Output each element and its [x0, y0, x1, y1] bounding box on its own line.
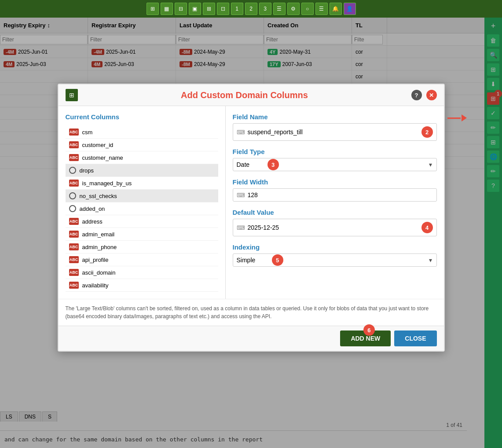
default-value-section: Default Value ⌨ 4 [233, 209, 437, 236]
column-name-added-on: added_on [80, 206, 105, 212]
toolbar-icon-5[interactable]: ⊞ [203, 3, 215, 15]
toolbar-icon-12[interactable]: ○ [301, 3, 314, 15]
modal-overlay: ⊞ Add Custom Domain Columns ? ✕ Current … [0, 18, 502, 448]
modal-help-button[interactable]: ? [411, 90, 422, 100]
column-name-address: address [82, 218, 103, 225]
modal-footer: 6 ADD NEW CLOSE [59, 326, 444, 351]
column-name-drops: drops [80, 167, 94, 174]
indexing-select-wrapper: None Simple Unique ▾ 5 [233, 253, 437, 267]
field-type-section: Field Type Text Number Date Boolean Larg… [233, 148, 437, 171]
toolbar-icon-4[interactable]: ▣ [189, 3, 201, 15]
toolbar-icon-8[interactable]: 2 [245, 3, 257, 15]
indexing-section: Indexing None Simple Unique ▾ 5 [233, 243, 437, 267]
indexing-select[interactable]: None Simple Unique [237, 257, 433, 264]
toolbar-icon-9[interactable]: 3 [259, 3, 271, 15]
field-type-select-wrapper: Text Number Date Boolean Large Text/Blob… [233, 158, 437, 171]
toolbar-icon-7[interactable]: 1 [231, 3, 243, 15]
column-name-admin-phone: admin_phone [82, 244, 117, 250]
column-item-customer-name[interactable]: ABC customer_name [66, 151, 218, 164]
column-item-drops[interactable]: drops [66, 164, 218, 177]
toolbar-icon-2[interactable]: ▦ [161, 3, 173, 15]
columns-panel: Current Columns ABC csm ABC customer_id … [59, 106, 226, 299]
toolbar-icon-6[interactable]: ⊡ [217, 3, 229, 15]
abc-icon: ABC [69, 154, 79, 161]
column-name-availability: availability [82, 282, 109, 289]
arrow-container [447, 114, 467, 121]
column-item-csm[interactable]: ABC csm [66, 126, 218, 139]
keyboard-icon-2: ⌨ [237, 192, 245, 198]
field-width-input-wrapper: ⌨ [233, 188, 437, 202]
modal-close-button[interactable]: ✕ [426, 90, 437, 100]
column-list: ABC csm ABC customer_id ABC customer_nam… [66, 126, 218, 292]
column-name-admin-email: admin_email [82, 231, 115, 238]
step-badge-5: 5 [272, 254, 283, 266]
abc-icon: ABC [69, 180, 79, 187]
column-item-admin-email[interactable]: ABC admin_email [66, 228, 218, 241]
abc-icon: ABC [69, 218, 79, 225]
toolbar-icon-1[interactable]: ⊞ [147, 3, 159, 15]
toolbar-icon-10[interactable]: ☰ [273, 3, 286, 15]
column-name-ascii-domain: ascii_domain [82, 269, 116, 276]
column-item-no-ssl-checks[interactable]: no_ssl_checks [66, 190, 218, 202]
abc-icon: ABC [69, 231, 79, 238]
abc-icon: ABC [69, 269, 79, 276]
close-button[interactable]: CLOSE [394, 330, 436, 346]
column-name-is-managed-by-us: is_managed_by_us [82, 180, 132, 187]
current-columns-title: Current Columns [66, 113, 218, 121]
field-name-input-wrapper: ⌨ 2 [233, 123, 437, 141]
default-value-label: Default Value [233, 209, 437, 216]
toolbar-icon-15[interactable]: 👤 [344, 3, 356, 15]
abc-icon: ABC [69, 129, 79, 136]
column-item-customer-id[interactable]: ABC customer_id [66, 139, 218, 151]
field-type-select[interactable]: Text Number Date Boolean Large Text/Blob [237, 161, 433, 168]
search-icon-2 [69, 192, 76, 199]
modal-title: Add Custom Domain Columns [82, 90, 407, 100]
column-item-added-on[interactable]: added_on [66, 202, 218, 215]
column-item-admin-phone[interactable]: ABC admin_phone [66, 241, 218, 253]
arrow-line [447, 118, 461, 119]
field-type-label: Field Type [233, 148, 437, 155]
modal-header: ⊞ Add Custom Domain Columns ? ✕ [59, 84, 444, 106]
column-item-api-profile[interactable]: ABC api_profile [66, 253, 218, 266]
column-item-is-managed-by-us[interactable]: ABC is_managed_by_us [66, 177, 218, 190]
indexing-label: Indexing [233, 243, 437, 251]
field-width-section: Field Width ⌨ [233, 178, 437, 202]
top-toolbar: ⊞ ▦ ⊟ ▣ ⊞ ⊡ 1 2 3 ☰ ⚙ ○ ☰ 🔔 👤 [0, 0, 502, 18]
keyboard-icon-3: ⌨ [237, 224, 245, 231]
default-value-input-wrapper: ⌨ 4 [233, 219, 437, 236]
toolbar-icon-11[interactable]: ⚙ [287, 3, 300, 15]
field-name-input[interactable] [248, 129, 415, 136]
field-width-input[interactable] [248, 191, 433, 198]
column-name-csm: csm [82, 129, 93, 136]
modal-header-icon: ⊞ [66, 89, 78, 101]
toolbar-icon-13[interactable]: ☰ [315, 3, 328, 15]
column-item-availability[interactable]: ABC availability [66, 279, 218, 292]
modal-notice: The 'Large Text/Blob' columns can't be s… [59, 299, 444, 326]
abc-icon: ABC [69, 141, 79, 148]
arrow-head [462, 114, 467, 121]
keyboard-icon: ⌨ [237, 129, 245, 136]
add-new-container: 6 ADD NEW [340, 330, 391, 346]
abc-icon: ABC [69, 256, 79, 263]
step-badge-3: 3 [267, 159, 279, 170]
column-name-customer-id: customer_id [82, 142, 114, 148]
column-name-no-ssl-checks: no_ssl_checks [80, 193, 117, 199]
modal-body: Current Columns ABC csm ABC customer_id … [59, 106, 444, 299]
column-name-customer-name: customer_name [82, 154, 123, 161]
field-width-label: Field Width [233, 178, 437, 186]
step-badge-2: 2 [421, 126, 433, 138]
modal-dialog: ⊞ Add Custom Domain Columns ? ✕ Current … [58, 84, 445, 352]
field-name-section: Field Name ⌨ 2 [233, 113, 437, 141]
field-name-label: Field Name [233, 113, 437, 121]
step-badge-6: 6 [363, 324, 375, 336]
clock-icon [69, 205, 76, 212]
toolbar-icon-3[interactable]: ⊟ [175, 3, 187, 15]
form-panel: Field Name ⌨ 2 Field Type Text Number [226, 106, 444, 299]
abc-icon: ABC [69, 243, 79, 250]
toolbar-icon-14[interactable]: 🔔 [330, 3, 342, 15]
abc-icon: ABC [69, 282, 79, 289]
search-icon [69, 167, 76, 174]
column-item-address[interactable]: ABC address [66, 215, 218, 228]
default-value-input[interactable] [248, 224, 415, 231]
column-item-ascii-domain[interactable]: ABC ascii_domain [66, 266, 218, 279]
